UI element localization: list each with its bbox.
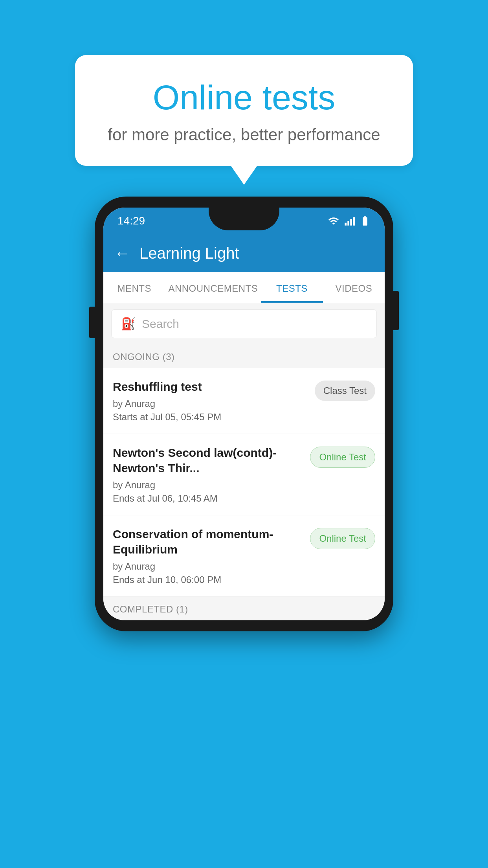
svg-rect-1 bbox=[347, 221, 349, 226]
notch bbox=[209, 208, 279, 230]
phone-mockup: 14:29 ← Learning Light MENTS bbox=[95, 197, 393, 631]
test-item-1[interactable]: Reshuffling test by Anurag Starts at Jul… bbox=[103, 368, 385, 434]
test-item-2[interactable]: Newton's Second law(contd)-Newton's Thir… bbox=[103, 434, 385, 515]
test-name-1: Reshuffling test bbox=[113, 379, 307, 394]
test-item-3[interactable]: Conservation of momentum-Equilibrium by … bbox=[103, 515, 385, 597]
test-info-2: Newton's Second law(contd)-Newton's Thir… bbox=[113, 445, 310, 504]
search-icon: ⛽ bbox=[121, 317, 136, 331]
phone-outer: 14:29 ← Learning Light MENTS bbox=[95, 197, 393, 631]
wifi-icon bbox=[328, 215, 339, 226]
tab-videos[interactable]: VIDEOS bbox=[323, 272, 385, 303]
svg-rect-0 bbox=[345, 223, 347, 226]
status-icons bbox=[328, 215, 371, 226]
test-author-2: by Anurag bbox=[113, 480, 302, 491]
test-badge-3: Online Test bbox=[310, 528, 375, 549]
search-bar[interactable]: ⛽ Search bbox=[111, 309, 377, 338]
bubble-subtitle: for more practice, better performance bbox=[103, 125, 385, 144]
test-info-3: Conservation of momentum-Equilibrium by … bbox=[113, 526, 310, 585]
tab-ments[interactable]: MENTS bbox=[103, 272, 165, 303]
back-button[interactable]: ← bbox=[114, 245, 130, 261]
test-name-2: Newton's Second law(contd)-Newton's Thir… bbox=[113, 445, 302, 476]
speech-bubble: Online tests for more practice, better p… bbox=[75, 55, 413, 166]
tab-tests[interactable]: TESTS bbox=[261, 272, 323, 303]
test-name-3: Conservation of momentum-Equilibrium bbox=[113, 526, 302, 557]
svg-rect-2 bbox=[350, 219, 352, 225]
ongoing-section-header: ONGOING (3) bbox=[103, 344, 385, 368]
test-author-1: by Anurag bbox=[113, 398, 307, 409]
test-date-1: Starts at Jul 05, 05:45 PM bbox=[113, 412, 307, 423]
test-badge-1: Class Test bbox=[315, 381, 375, 401]
status-time: 14:29 bbox=[117, 215, 145, 227]
battery-icon bbox=[360, 215, 371, 226]
test-author-3: by Anurag bbox=[113, 561, 302, 572]
app-title: Learning Light bbox=[139, 245, 239, 262]
phone-screen: 14:29 ← Learning Light MENTS bbox=[103, 208, 385, 620]
test-info-1: Reshuffling test by Anurag Starts at Jul… bbox=[113, 379, 315, 423]
search-placeholder: Search bbox=[142, 317, 179, 331]
completed-section-header: COMPLETED (1) bbox=[103, 597, 385, 620]
tabs-bar: MENTS ANNOUNCEMENTS TESTS VIDEOS bbox=[103, 272, 385, 303]
tab-announcements[interactable]: ANNOUNCEMENTS bbox=[165, 272, 261, 303]
search-bar-wrapper: ⛽ Search bbox=[103, 303, 385, 344]
signal-icon bbox=[344, 215, 355, 226]
test-list: Reshuffling test by Anurag Starts at Jul… bbox=[103, 368, 385, 597]
bubble-title: Online tests bbox=[103, 79, 385, 117]
test-badge-2: Online Test bbox=[310, 447, 375, 468]
app-header: ← Learning Light bbox=[103, 234, 385, 272]
test-date-3: Ends at Jun 10, 06:00 PM bbox=[113, 574, 302, 585]
speech-bubble-wrapper: Online tests for more practice, better p… bbox=[75, 55, 413, 166]
svg-rect-3 bbox=[353, 217, 355, 226]
test-date-2: Ends at Jul 06, 10:45 AM bbox=[113, 493, 302, 504]
status-bar: 14:29 bbox=[103, 208, 385, 234]
